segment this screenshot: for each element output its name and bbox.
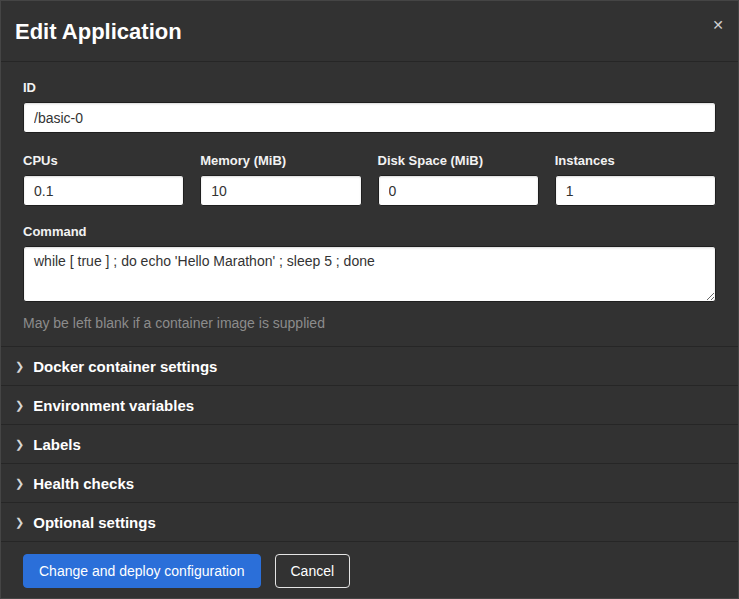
modal-header: Edit Application ✕ — [1, 1, 738, 62]
resources-row: CPUs Memory (MiB) Disk Space (MiB) Insta… — [23, 153, 716, 206]
chevron-right-icon: ❯ — [15, 400, 24, 411]
instances-field-group: Instances — [555, 153, 716, 206]
section-label: Labels — [33, 436, 81, 453]
accordion-sections: ❯ Docker container settings ❯ Environmen… — [1, 346, 738, 542]
section-health-checks[interactable]: ❯ Health checks — [1, 464, 738, 503]
section-label: Environment variables — [33, 397, 194, 414]
change-and-deploy-button[interactable]: Change and deploy configuration — [23, 554, 261, 588]
chevron-right-icon: ❯ — [15, 517, 24, 528]
section-label: Optional settings — [33, 514, 156, 531]
id-label: ID — [23, 80, 716, 96]
modal-footer: Change and deploy configuration Cancel — [1, 542, 738, 588]
modal-title: Edit Application — [15, 18, 716, 46]
disk-input[interactable] — [378, 175, 539, 206]
command-textarea[interactable]: while [ true ] ; do echo 'Hello Marathon… — [23, 246, 716, 302]
cpus-input[interactable] — [23, 175, 184, 206]
id-input[interactable] — [23, 102, 716, 133]
section-label: Health checks — [33, 475, 134, 492]
instances-input[interactable] — [555, 175, 716, 206]
section-environment-variables[interactable]: ❯ Environment variables — [1, 386, 738, 425]
instances-label: Instances — [555, 153, 716, 169]
close-icon[interactable]: ✕ — [712, 15, 724, 35]
section-label: Docker container settings — [33, 358, 217, 375]
chevron-right-icon: ❯ — [15, 361, 24, 372]
command-label: Command — [23, 224, 716, 240]
edit-application-form: ID CPUs Memory (MiB) Disk Space (MiB) In… — [1, 62, 738, 346]
chevron-right-icon: ❯ — [15, 478, 24, 489]
cancel-button[interactable]: Cancel — [275, 554, 351, 588]
id-field-group: ID — [23, 80, 716, 133]
disk-field-group: Disk Space (MiB) — [378, 153, 539, 206]
edit-application-modal: Edit Application ✕ ID CPUs Memory (MiB) … — [0, 0, 739, 599]
memory-field-group: Memory (MiB) — [200, 153, 361, 206]
section-optional-settings[interactable]: ❯ Optional settings — [1, 503, 738, 542]
command-help-text: May be left blank if a container image i… — [23, 314, 716, 332]
disk-label: Disk Space (MiB) — [378, 153, 539, 169]
memory-input[interactable] — [200, 175, 361, 206]
section-labels[interactable]: ❯ Labels — [1, 425, 738, 464]
section-docker-container-settings[interactable]: ❯ Docker container settings — [1, 347, 738, 386]
command-field-group: Command while [ true ] ; do echo 'Hello … — [23, 224, 716, 332]
cpus-field-group: CPUs — [23, 153, 184, 206]
cpus-label: CPUs — [23, 153, 184, 169]
memory-label: Memory (MiB) — [200, 153, 361, 169]
chevron-right-icon: ❯ — [15, 439, 24, 450]
